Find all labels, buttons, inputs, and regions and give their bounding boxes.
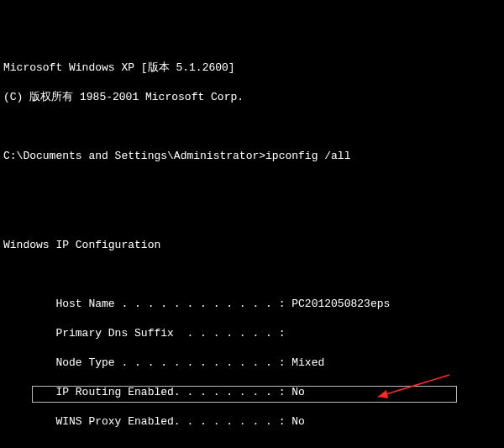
node-type-value: Mixed <box>291 356 324 369</box>
wins-proxy-label: WINS Proxy Enabled. . . . . . . . : <box>3 415 291 428</box>
host-name-value: PC2012050823eps <box>291 298 390 310</box>
blank <box>3 119 501 134</box>
host-name-row: Host Name . . . . . . . . . . . . : PC20… <box>3 297 501 312</box>
command-prompt[interactable]: C:\Documents and Settings\Administrator>… <box>3 149 501 164</box>
wins-proxy-row: WINS Proxy Enabled. . . . . . . . : No <box>3 414 501 430</box>
host-name-label: Host Name . . . . . . . . . . . . : <box>3 298 291 310</box>
node-type-row: Node Type . . . . . . . . . . . . : Mixe… <box>3 356 501 371</box>
ipconfig-section-title: Windows IP Configuration <box>3 238 501 253</box>
ip-routing-label: IP Routing Enabled. . . . . . . . : <box>3 386 291 398</box>
ip-routing-value: No <box>291 386 305 398</box>
blank <box>3 179 501 194</box>
node-type-label: Node Type . . . . . . . . . . . . : <box>3 356 291 369</box>
header-line-2: (C) 版权所有 1985-2001 Microsoft Corp. <box>3 90 501 105</box>
primary-dns-row: Primary Dns Suffix . . . . . . . : <box>3 326 501 341</box>
header-line-1: Microsoft Windows XP [版本 5.1.2600] <box>3 61 501 76</box>
ip-routing-row: IP Routing Enabled. . . . . . . . : No <box>3 385 501 400</box>
wins-proxy-value: No <box>291 415 305 428</box>
blank <box>3 444 501 448</box>
blank <box>3 267 501 282</box>
blank <box>3 208 501 224</box>
